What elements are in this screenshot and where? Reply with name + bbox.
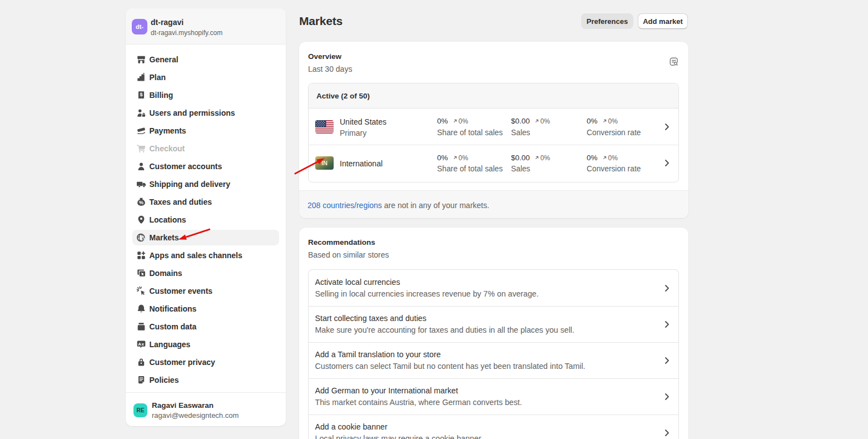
svg-text:%: %	[138, 200, 143, 205]
svg-text:A: A	[138, 342, 141, 347]
svg-text:x: x	[141, 342, 144, 347]
svg-text:$: $	[140, 92, 142, 97]
svg-text:IN: IN	[321, 160, 328, 166]
